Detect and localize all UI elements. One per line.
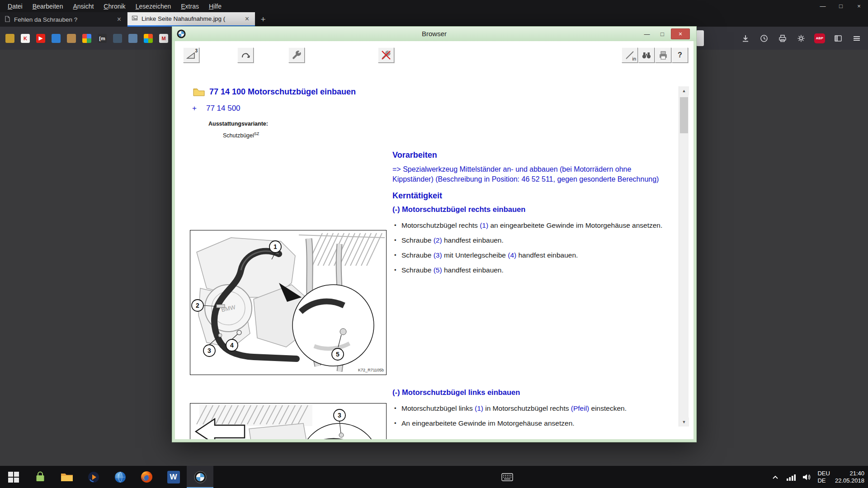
keyboard-icon — [501, 473, 513, 481]
app-maximize-button[interactable]: □ — [656, 28, 669, 39]
close-button[interactable]: × — [850, 0, 868, 12]
language-indicator[interactable]: DEU DE — [817, 470, 830, 484]
word-button[interactable]: W — [160, 466, 187, 488]
print-doc-button[interactable] — [655, 47, 671, 63]
bookmark-favicon-k[interactable]: K — [21, 34, 30, 43]
search-button[interactable] — [638, 47, 655, 63]
variant-value: SchutzbügelSZ — [223, 131, 259, 139]
bookmark-favicon-m-bracket[interactable]: [m — [98, 34, 107, 43]
svg-text:K72_R71105b: K72_R71105b — [358, 368, 384, 372]
units-label: in — [632, 56, 636, 61]
bookmark-favicon-m[interactable]: M — [159, 34, 168, 43]
rechts-bullet-list: Motorschutzbügel rechts (1) an eingearbe… — [392, 221, 665, 275]
adblock-button[interactable]: ABP — [813, 32, 826, 45]
document-subnode-row[interactable]: + 77 14 500 — [192, 104, 241, 113]
bullet-item: Schraube (3) mit Unterlegscheibe (4) han… — [392, 251, 665, 260]
start-button[interactable] — [0, 466, 27, 488]
clock[interactable]: 21:40 22.05.2018 — [835, 470, 864, 484]
figure-crash-bar-right: BMW — [190, 230, 387, 375]
touch-keyboard-button[interactable] — [497, 466, 517, 488]
desktop: DateiBearbeitenAnsichtChronikLesezeichen… — [0, 0, 868, 488]
instructions-column-links: (-) Motorschutzbügel links einbauen Moto… — [392, 388, 665, 434]
bookmark-favicon-maps[interactable] — [82, 34, 91, 43]
taskbar-apps: W — [0, 466, 213, 488]
contents-button[interactable]: 3 — [183, 47, 199, 63]
svg-text:3: 3 — [338, 412, 341, 419]
variant-label: Ausstattungsvariante: — [208, 121, 268, 127]
bmw-app-button[interactable] — [187, 466, 213, 488]
history-button[interactable] — [757, 32, 771, 45]
print-button[interactable] — [776, 32, 789, 45]
binoculars-icon — [641, 50, 652, 61]
app-minimize-button[interactable]: — — [640, 28, 654, 39]
language-bottom: DE — [817, 477, 830, 484]
expand-icon[interactable]: + — [192, 104, 197, 113]
store-button[interactable] — [27, 466, 53, 488]
hide-tools-button[interactable] — [378, 47, 394, 63]
firefox-window-controls: — □ × — [814, 0, 868, 12]
menu-item[interactable]: Bearbeiten — [28, 1, 68, 12]
settings-button[interactable] — [794, 32, 808, 45]
instructions-column: Vorarbeiten => Spezialwerkzeug Mittelstä… — [392, 150, 665, 281]
tab-fehlen-da-schrauben[interactable]: Fehlen da Schrauben ? × — [0, 12, 127, 27]
scroll-down-icon[interactable]: ▼ — [679, 418, 689, 427]
menu-item[interactable]: Ansicht — [68, 1, 99, 12]
back-hook-button[interactable] — [237, 47, 254, 63]
network-button[interactable] — [786, 466, 797, 488]
bookmark-favicon-gold[interactable] — [5, 34, 14, 43]
scrollbar-thumb[interactable] — [680, 97, 688, 133]
globe-browser-button[interactable] — [107, 466, 133, 488]
store-bag-icon — [34, 471, 46, 483]
bookmark-favicon-pretzel[interactable] — [67, 34, 76, 43]
menu-button[interactable] — [850, 32, 863, 45]
media-player-button[interactable] — [80, 466, 107, 488]
file-explorer-button[interactable] — [53, 466, 80, 488]
subsection-links-heading: (-) Motorschutzbügel links einbauen — [392, 388, 665, 397]
menu-item[interactable]: Chronik — [99, 1, 130, 12]
urlbar-fragment[interactable] — [696, 30, 704, 46]
bookmark-favicon-car[interactable] — [113, 34, 122, 43]
download-button[interactable] — [739, 32, 752, 45]
tab-linke-seite-nahaufnahme[interactable]: Linke Seite Nahaufnahme.jpg ( × — [127, 12, 255, 27]
bookmark-favicon-youtube[interactable]: ▶ — [36, 34, 45, 43]
folder-icon — [61, 472, 73, 482]
contents-badge: 3 — [195, 48, 198, 53]
section-heading-kerntaetigkeit: Kerntätigkeit — [392, 191, 665, 201]
tray-expand-button[interactable] — [770, 466, 781, 488]
volume-button[interactable] — [802, 466, 812, 488]
new-tab-button[interactable]: + — [255, 12, 271, 27]
menu-item[interactable]: Extras — [176, 1, 204, 12]
sidebar-button[interactable] — [831, 32, 845, 45]
firefox-icon — [141, 471, 153, 483]
svg-text:5: 5 — [336, 351, 340, 358]
app-close-button[interactable]: × — [671, 28, 690, 39]
vertical-scrollbar[interactable]: ▲ ▼ — [679, 86, 689, 427]
tab-title: Linke Seite Nahaufnahme.jpg ( — [142, 15, 240, 22]
scroll-up-icon[interactable]: ▲ — [679, 86, 689, 95]
repair-tools-button[interactable] — [288, 47, 305, 63]
menu-item[interactable]: Lesezeichen — [131, 1, 176, 12]
bookmark-favicon-tools[interactable] — [128, 34, 137, 43]
time: 21:40 — [835, 470, 864, 477]
firefox-button[interactable] — [133, 466, 160, 488]
signal-bars-icon — [787, 474, 796, 481]
bookmark-favicon-grid[interactable] — [144, 34, 153, 43]
menu-item[interactable]: Hilfe — [204, 1, 226, 12]
close-tab-icon[interactable]: × — [115, 15, 123, 23]
help-button[interactable]: ? — [672, 47, 688, 63]
word-icon: W — [167, 471, 180, 483]
firefox-tabbar: Fehlen da Schrauben ? × Linke Seite Naha… — [0, 12, 868, 27]
bmw-roundel-icon — [194, 471, 207, 483]
close-tab-icon[interactable]: × — [243, 15, 251, 23]
minimize-button[interactable]: — — [814, 0, 832, 12]
bullet-item: Schraube (2) handfest einbauen. — [392, 236, 665, 245]
app-titlebar[interactable]: Browser — □ × — [172, 27, 696, 41]
maximize-button[interactable]: □ — [832, 0, 850, 12]
hamburger-icon — [852, 34, 861, 43]
document-title-row[interactable]: 77 14 100 Motorschutzbügel einbauen — [193, 87, 356, 97]
hook-arrow-icon — [240, 50, 251, 61]
menu-item[interactable]: Datei — [3, 1, 28, 12]
units-button[interactable]: in — [622, 47, 638, 63]
firefox-menubar: DateiBearbeitenAnsichtChronikLesezeichen… — [0, 0, 868, 12]
bookmark-favicon-blue-globe[interactable] — [52, 34, 61, 43]
